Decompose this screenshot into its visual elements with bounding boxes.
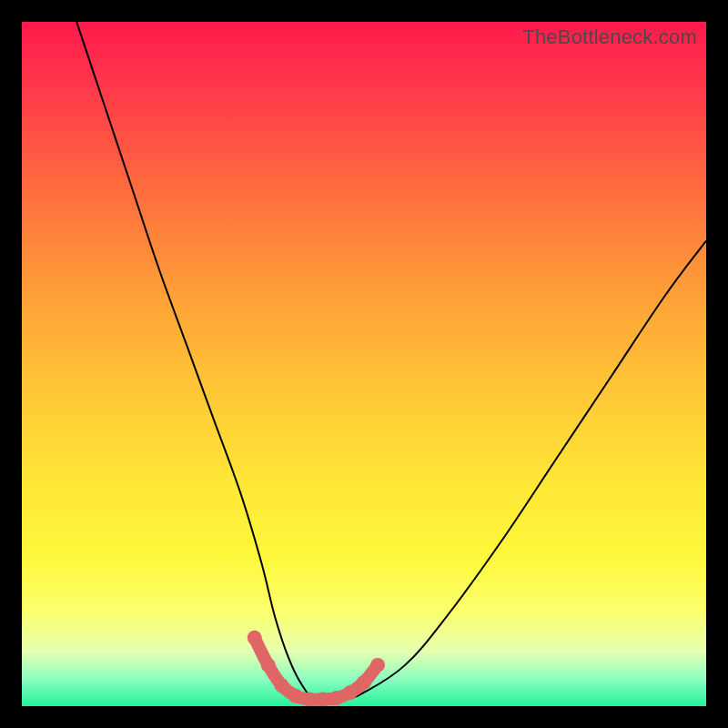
chart-frame: TheBottleneck.com bbox=[0, 0, 728, 728]
highlight-dot bbox=[261, 658, 276, 672]
highlight-dot bbox=[329, 691, 344, 705]
plot-area: TheBottleneck.com bbox=[22, 22, 706, 706]
bottleneck-curve bbox=[76, 22, 706, 701]
highlight-dot bbox=[248, 631, 262, 645]
highlight-dot bbox=[302, 692, 317, 706]
highlight-dot bbox=[357, 675, 371, 690]
highlight-dot bbox=[288, 689, 303, 703]
watermark: TheBottleneck.com bbox=[522, 25, 697, 49]
highlight-dot bbox=[275, 678, 289, 693]
highlight-dot bbox=[316, 692, 330, 706]
highlight-dot bbox=[343, 685, 358, 700]
highlight-dot bbox=[370, 658, 385, 672]
curve-layer bbox=[22, 22, 706, 706]
